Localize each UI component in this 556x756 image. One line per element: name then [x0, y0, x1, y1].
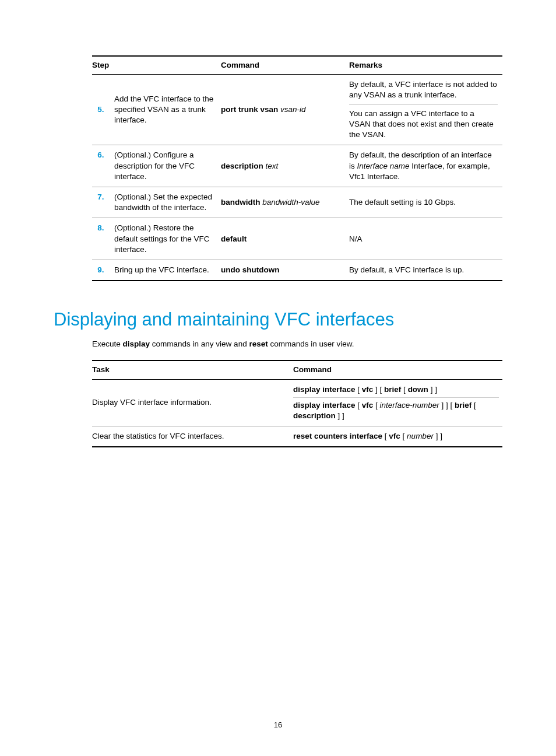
step-cmd: undo shutdown — [221, 260, 349, 281]
step-number: 5. — [92, 75, 114, 145]
col-task: Task — [92, 360, 293, 379]
step-cmd: port trunk vsan vsan-id — [221, 75, 349, 145]
section-heading: Displaying and maintaining VFC interface… — [54, 309, 502, 330]
table-row: Clear the statistics for VFC interfaces.… — [92, 426, 502, 447]
step-number: 7. — [92, 187, 114, 218]
table-row: 9. Bring up the VFC interface. undo shut… — [92, 260, 502, 281]
table-row: 8. (Optional.) Restore the default setti… — [92, 218, 502, 260]
page-number: 16 — [0, 720, 556, 729]
table-row: Display VFC interface information. displ… — [92, 379, 502, 426]
intro-text: Execute display commands in any view and… — [92, 340, 502, 348]
step-number: 9. — [92, 260, 114, 281]
step-remarks: By default, a VFC interface is not added… — [349, 75, 502, 145]
task-cmd: display interface [ vfc ] [ brief [ down… — [293, 379, 502, 426]
step-desc: Bring up the VFC interface. — [114, 260, 221, 281]
step-number: 8. — [92, 218, 114, 260]
step-desc: (Optional.) Configure a description for … — [114, 145, 221, 187]
step-number: 6. — [92, 145, 114, 187]
step-remarks: By default, a VFC interface is up. — [349, 260, 502, 281]
table-row: 7. (Optional.) Set the expected bandwidt… — [92, 187, 502, 218]
task-desc: Clear the statistics for VFC interfaces. — [92, 426, 293, 447]
step-cmd: bandwidth bandwidth-value — [221, 187, 349, 218]
step-desc: (Optional.) Restore the default settings… — [114, 218, 221, 260]
col-remarks: Remarks — [349, 56, 502, 75]
step-desc: (Optional.) Set the expected bandwidth o… — [114, 187, 221, 218]
step-cmd: description text — [221, 145, 349, 187]
table-row: 5. Add the VFC interface to the specifie… — [92, 75, 502, 145]
col-command: Command — [293, 360, 502, 379]
table-row: 6. (Optional.) Configure a description f… — [92, 145, 502, 187]
step-table: Step Command Remarks 5. Add the VFC inte… — [92, 55, 502, 281]
step-cmd: default — [221, 218, 349, 260]
step-desc: Add the VFC interface to the specified V… — [114, 75, 221, 145]
col-step: Step — [92, 56, 221, 75]
step-remarks: N/A — [349, 218, 502, 260]
col-command: Command — [221, 56, 349, 75]
step-remarks: By default, the description of an interf… — [349, 145, 502, 187]
task-table: Task Command Display VFC interface infor… — [92, 360, 502, 447]
task-cmd: reset counters interface [ vfc [ number … — [293, 426, 502, 447]
step-remarks: The default setting is 10 Gbps. — [349, 187, 502, 218]
task-desc: Display VFC interface information. — [92, 379, 293, 426]
